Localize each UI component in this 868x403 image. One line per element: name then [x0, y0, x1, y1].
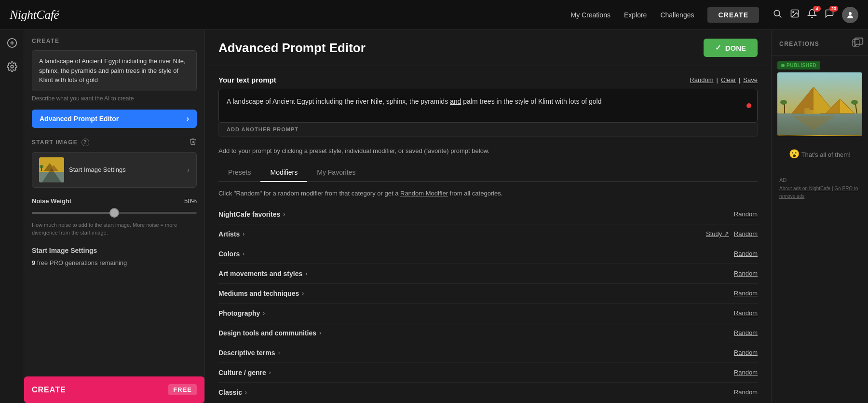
- noise-weight-header: Noise Weight 50%: [32, 197, 197, 205]
- creation-image-inner: [777, 72, 862, 136]
- modifier-row: Art movements and styles › Random: [218, 264, 758, 284]
- done-checkmark-icon: ✓: [715, 43, 721, 52]
- add-to-prompt-info: Add to your prompt by clicking a preset …: [218, 146, 758, 156]
- prompt-textarea-wrapper[interactable]: A landscape of Ancient Egypt including t…: [218, 89, 758, 123]
- prompt-cursor-dot: [746, 103, 751, 108]
- modifier-chevron-icon: ›: [305, 270, 307, 277]
- modifier-7-actions: Random: [734, 349, 758, 356]
- separator-1: |: [717, 76, 718, 83]
- modifier-colors[interactable]: Colors ›: [218, 250, 244, 258]
- tab-my-favorites[interactable]: My Favorites: [307, 164, 365, 182]
- svg-rect-27: [777, 72, 862, 135]
- modifier-0-random[interactable]: Random: [734, 210, 758, 218]
- modifier-artists[interactable]: Artists ›: [218, 230, 244, 238]
- nav-challenges[interactable]: Challenges: [660, 11, 694, 19]
- modifier-mediums[interactable]: Mediums and techniques ›: [218, 290, 304, 297]
- done-button[interactable]: ✓ DONE: [704, 39, 758, 57]
- modifier-art-movements[interactable]: Art movements and styles ›: [218, 270, 307, 278]
- modifier-chevron-icon: ›: [243, 231, 244, 237]
- search-icon[interactable]: [773, 9, 782, 21]
- text-prompt-header: Your text prompt Random | Clear | Save: [218, 76, 758, 84]
- help-icon[interactable]: ?: [81, 139, 89, 146]
- random-link[interactable]: Random: [690, 76, 713, 83]
- text-prompt-actions: Random | Clear | Save: [690, 76, 758, 83]
- noise-weight-slider[interactable]: [32, 208, 197, 217]
- noise-weight-value: 50%: [184, 197, 197, 205]
- nav-explore[interactable]: Explore: [624, 11, 647, 19]
- generations-count: 9: [32, 259, 35, 266]
- avatar[interactable]: [842, 7, 858, 23]
- modifier-chevron-icon: ›: [243, 250, 244, 257]
- modifier-3-random[interactable]: Random: [734, 270, 758, 277]
- modifier-9-random[interactable]: Random: [734, 389, 758, 396]
- modifier-3-actions: Random: [734, 270, 758, 277]
- random-modifier-link[interactable]: Random Modifier: [400, 190, 448, 197]
- svg-line-1: [779, 15, 782, 18]
- about-ads-link[interactable]: About ads on NightCafe: [779, 186, 830, 191]
- editor-header: Advanced Prompt Editor ✓ DONE: [205, 30, 771, 66]
- advanced-prompt-editor-button[interactable]: Advanced Prompt Editor ›: [32, 110, 197, 128]
- modifier-5-random[interactable]: Random: [734, 309, 758, 317]
- modifier-row: Design tools and communities › Random: [218, 323, 758, 343]
- trash-icon[interactable]: [189, 138, 197, 147]
- create-btn-label: CREATE: [32, 386, 66, 394]
- topnav-create-button[interactable]: CREATE: [707, 7, 759, 23]
- modifier-classic[interactable]: Classic ›: [218, 389, 247, 396]
- random-modifier-info: Click "Random" for a random modifier fro…: [218, 190, 758, 197]
- advanced-btn-chevron-icon: ›: [187, 114, 189, 123]
- start-image-section-title: START IMAGE ?: [32, 138, 197, 147]
- modifier-chevron-icon: ›: [283, 211, 285, 218]
- slider-fill: [32, 212, 114, 214]
- right-panel-title: CREATIONS: [779, 41, 819, 47]
- left-strip-create-icon[interactable]: [7, 38, 17, 51]
- notification-icon[interactable]: 4: [807, 9, 817, 21]
- modifier-2-actions: Random: [734, 250, 758, 257]
- topnav: NightCafé My Creations Explore Challenge…: [0, 0, 868, 30]
- free-tag: FREE: [168, 384, 197, 395]
- clear-link[interactable]: Clear: [721, 76, 736, 83]
- modifier-8-random[interactable]: Random: [734, 369, 758, 376]
- modifier-row: Culture / genre › Random: [218, 363, 758, 383]
- center-panel: Advanced Prompt Editor ✓ DONE Your text …: [205, 30, 772, 403]
- creation-image[interactable]: [777, 72, 862, 136]
- topnav-icons: 4 23: [773, 7, 858, 23]
- start-image-settings-box[interactable]: Start Image Settings ›: [32, 152, 197, 188]
- modifier-chevron-icon: ›: [245, 389, 247, 396]
- tab-presets[interactable]: Presets: [218, 164, 260, 182]
- editor-title: Advanced Prompt Editor: [218, 41, 366, 56]
- modifier-nightcafe-favorites[interactable]: NightCafe favorites ›: [218, 210, 285, 218]
- modifier-culture-genre[interactable]: Culture / genre ›: [218, 369, 271, 376]
- messages-icon[interactable]: 23: [825, 9, 834, 21]
- modifier-chevron-icon: ›: [278, 349, 280, 356]
- main-layout: CREATE A landscape of Ancient Egypt incl…: [0, 30, 868, 403]
- messages-badge: 23: [829, 6, 838, 12]
- modifier-row: Photography › Random: [218, 304, 758, 323]
- modifier-1-random[interactable]: Random: [734, 230, 758, 237]
- save-link[interactable]: Save: [743, 76, 758, 83]
- modifier-6-random[interactable]: Random: [734, 329, 758, 336]
- create-free-button[interactable]: CREATE FREE: [24, 376, 204, 403]
- modifier-photography[interactable]: Photography ›: [218, 309, 265, 317]
- nav-my-creations[interactable]: My Creations: [570, 11, 610, 19]
- ad-label: AD: [779, 177, 860, 183]
- left-strip-settings-icon[interactable]: [7, 61, 17, 74]
- modifier-1-actions: Study ↗ Random: [706, 230, 758, 237]
- modifier-4-random[interactable]: Random: [734, 290, 758, 297]
- image-icon[interactable]: [790, 9, 800, 21]
- slider-thumb[interactable]: [109, 208, 119, 218]
- text-prompt-title: Your text prompt: [218, 76, 276, 84]
- modifier-0-actions: Random: [734, 210, 758, 218]
- creation-card[interactable]: PUBLISHED: [772, 56, 868, 141]
- left-sidebar: CREATE A landscape of Ancient Egypt incl…: [24, 30, 205, 403]
- chat-icon-area[interactable]: [854, 37, 864, 49]
- modifier-design-tools[interactable]: Design tools and communities ›: [218, 329, 321, 337]
- modifier-1-study[interactable]: Study ↗: [706, 230, 729, 237]
- prompt-preview[interactable]: A landscape of Ancient Egypt including t…: [32, 50, 197, 91]
- modifier-7-random[interactable]: Random: [734, 349, 758, 356]
- modifier-descriptive-terms[interactable]: Descriptive terms ›: [218, 349, 280, 357]
- topnav-right: My Creations Explore Challenges CREATE 4: [570, 7, 858, 23]
- add-another-prompt-button[interactable]: ADD ANOTHER PROMPT: [218, 123, 758, 137]
- modifier-9-actions: Random: [734, 389, 758, 396]
- modifier-2-random[interactable]: Random: [734, 250, 758, 257]
- tab-modifiers[interactable]: Modifiers: [260, 164, 307, 182]
